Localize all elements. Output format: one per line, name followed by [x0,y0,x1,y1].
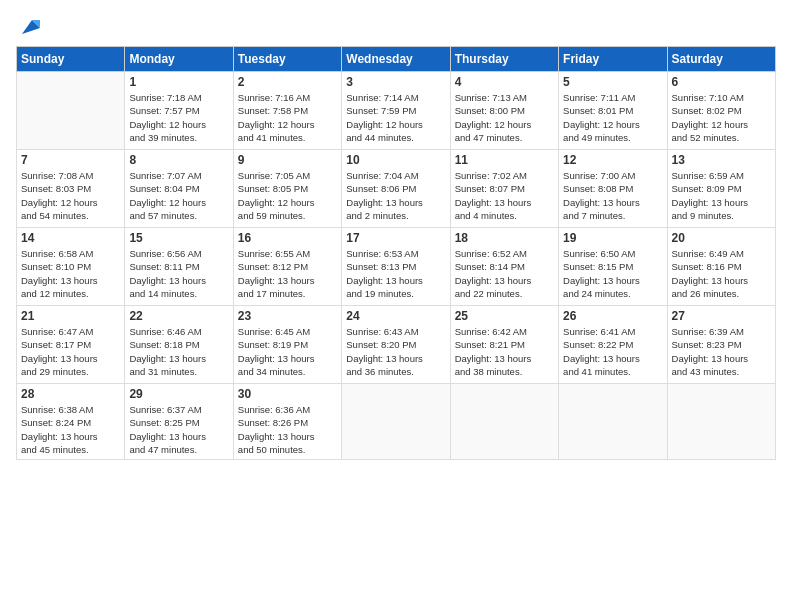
column-header-thursday: Thursday [450,47,558,72]
column-header-wednesday: Wednesday [342,47,450,72]
day-number: 30 [238,387,337,401]
day-info: Sunrise: 7:11 AM Sunset: 8:01 PM Dayligh… [563,91,662,144]
calendar-cell: 5Sunrise: 7:11 AM Sunset: 8:01 PM Daylig… [559,72,667,150]
day-info: Sunrise: 6:56 AM Sunset: 8:11 PM Dayligh… [129,247,228,300]
day-info: Sunrise: 6:39 AM Sunset: 8:23 PM Dayligh… [672,325,771,378]
day-info: Sunrise: 7:18 AM Sunset: 7:57 PM Dayligh… [129,91,228,144]
day-number: 27 [672,309,771,323]
day-number: 23 [238,309,337,323]
calendar-cell: 30Sunrise: 6:36 AM Sunset: 8:26 PM Dayli… [233,384,341,460]
calendar-cell: 8Sunrise: 7:07 AM Sunset: 8:04 PM Daylig… [125,150,233,228]
calendar-cell: 21Sunrise: 6:47 AM Sunset: 8:17 PM Dayli… [17,306,125,384]
calendar-cell: 7Sunrise: 7:08 AM Sunset: 8:03 PM Daylig… [17,150,125,228]
day-info: Sunrise: 7:14 AM Sunset: 7:59 PM Dayligh… [346,91,445,144]
day-info: Sunrise: 7:02 AM Sunset: 8:07 PM Dayligh… [455,169,554,222]
day-info: Sunrise: 6:53 AM Sunset: 8:13 PM Dayligh… [346,247,445,300]
day-number: 2 [238,75,337,89]
day-info: Sunrise: 6:58 AM Sunset: 8:10 PM Dayligh… [21,247,120,300]
calendar-cell: 27Sunrise: 6:39 AM Sunset: 8:23 PM Dayli… [667,306,775,384]
calendar-cell [559,384,667,460]
day-number: 15 [129,231,228,245]
calendar-cell: 2Sunrise: 7:16 AM Sunset: 7:58 PM Daylig… [233,72,341,150]
calendar-cell: 6Sunrise: 7:10 AM Sunset: 8:02 PM Daylig… [667,72,775,150]
day-info: Sunrise: 6:43 AM Sunset: 8:20 PM Dayligh… [346,325,445,378]
calendar-cell: 18Sunrise: 6:52 AM Sunset: 8:14 PM Dayli… [450,228,558,306]
calendar-cell: 19Sunrise: 6:50 AM Sunset: 8:15 PM Dayli… [559,228,667,306]
calendar-cell [450,384,558,460]
calendar-cell: 29Sunrise: 6:37 AM Sunset: 8:25 PM Dayli… [125,384,233,460]
day-number: 17 [346,231,445,245]
calendar-cell [667,384,775,460]
day-info: Sunrise: 7:13 AM Sunset: 8:00 PM Dayligh… [455,91,554,144]
day-number: 5 [563,75,662,89]
day-info: Sunrise: 6:38 AM Sunset: 8:24 PM Dayligh… [21,403,120,456]
week-row-2: 14Sunrise: 6:58 AM Sunset: 8:10 PM Dayli… [17,228,776,306]
day-info: Sunrise: 6:36 AM Sunset: 8:26 PM Dayligh… [238,403,337,456]
day-info: Sunrise: 7:08 AM Sunset: 8:03 PM Dayligh… [21,169,120,222]
calendar-cell: 28Sunrise: 6:38 AM Sunset: 8:24 PM Dayli… [17,384,125,460]
day-number: 25 [455,309,554,323]
calendar-cell: 17Sunrise: 6:53 AM Sunset: 8:13 PM Dayli… [342,228,450,306]
day-number: 16 [238,231,337,245]
day-number: 3 [346,75,445,89]
column-header-monday: Monday [125,47,233,72]
day-info: Sunrise: 7:10 AM Sunset: 8:02 PM Dayligh… [672,91,771,144]
calendar-cell: 16Sunrise: 6:55 AM Sunset: 8:12 PM Dayli… [233,228,341,306]
day-info: Sunrise: 6:47 AM Sunset: 8:17 PM Dayligh… [21,325,120,378]
day-info: Sunrise: 6:46 AM Sunset: 8:18 PM Dayligh… [129,325,228,378]
column-header-friday: Friday [559,47,667,72]
calendar-cell: 20Sunrise: 6:49 AM Sunset: 8:16 PM Dayli… [667,228,775,306]
day-info: Sunrise: 6:45 AM Sunset: 8:19 PM Dayligh… [238,325,337,378]
logo [16,16,40,38]
calendar-cell [17,72,125,150]
calendar-table: SundayMondayTuesdayWednesdayThursdayFrid… [16,46,776,460]
day-number: 14 [21,231,120,245]
week-row-3: 21Sunrise: 6:47 AM Sunset: 8:17 PM Dayli… [17,306,776,384]
column-header-sunday: Sunday [17,47,125,72]
calendar-cell: 26Sunrise: 6:41 AM Sunset: 8:22 PM Dayli… [559,306,667,384]
day-info: Sunrise: 7:16 AM Sunset: 7:58 PM Dayligh… [238,91,337,144]
day-info: Sunrise: 6:49 AM Sunset: 8:16 PM Dayligh… [672,247,771,300]
column-header-saturday: Saturday [667,47,775,72]
calendar-cell: 13Sunrise: 6:59 AM Sunset: 8:09 PM Dayli… [667,150,775,228]
day-info: Sunrise: 6:55 AM Sunset: 8:12 PM Dayligh… [238,247,337,300]
day-info: Sunrise: 7:04 AM Sunset: 8:06 PM Dayligh… [346,169,445,222]
day-number: 6 [672,75,771,89]
day-number: 7 [21,153,120,167]
day-number: 29 [129,387,228,401]
calendar-cell: 14Sunrise: 6:58 AM Sunset: 8:10 PM Dayli… [17,228,125,306]
day-number: 13 [672,153,771,167]
calendar-cell: 3Sunrise: 7:14 AM Sunset: 7:59 PM Daylig… [342,72,450,150]
calendar-cell: 25Sunrise: 6:42 AM Sunset: 8:21 PM Dayli… [450,306,558,384]
day-number: 22 [129,309,228,323]
calendar-cell: 24Sunrise: 6:43 AM Sunset: 8:20 PM Dayli… [342,306,450,384]
day-info: Sunrise: 6:50 AM Sunset: 8:15 PM Dayligh… [563,247,662,300]
day-number: 4 [455,75,554,89]
day-number: 8 [129,153,228,167]
header-row: SundayMondayTuesdayWednesdayThursdayFrid… [17,47,776,72]
day-number: 11 [455,153,554,167]
day-number: 28 [21,387,120,401]
day-number: 18 [455,231,554,245]
calendar-cell: 10Sunrise: 7:04 AM Sunset: 8:06 PM Dayli… [342,150,450,228]
day-info: Sunrise: 6:41 AM Sunset: 8:22 PM Dayligh… [563,325,662,378]
day-number: 19 [563,231,662,245]
day-number: 26 [563,309,662,323]
week-row-4: 28Sunrise: 6:38 AM Sunset: 8:24 PM Dayli… [17,384,776,460]
calendar-cell: 12Sunrise: 7:00 AM Sunset: 8:08 PM Dayli… [559,150,667,228]
calendar-cell: 22Sunrise: 6:46 AM Sunset: 8:18 PM Dayli… [125,306,233,384]
day-number: 9 [238,153,337,167]
day-number: 21 [21,309,120,323]
day-info: Sunrise: 6:37 AM Sunset: 8:25 PM Dayligh… [129,403,228,456]
calendar-cell: 9Sunrise: 7:05 AM Sunset: 8:05 PM Daylig… [233,150,341,228]
day-number: 12 [563,153,662,167]
day-info: Sunrise: 6:59 AM Sunset: 8:09 PM Dayligh… [672,169,771,222]
day-info: Sunrise: 7:00 AM Sunset: 8:08 PM Dayligh… [563,169,662,222]
day-info: Sunrise: 6:52 AM Sunset: 8:14 PM Dayligh… [455,247,554,300]
column-header-tuesday: Tuesday [233,47,341,72]
calendar-cell: 4Sunrise: 7:13 AM Sunset: 8:00 PM Daylig… [450,72,558,150]
week-row-0: 1Sunrise: 7:18 AM Sunset: 7:57 PM Daylig… [17,72,776,150]
page: SundayMondayTuesdayWednesdayThursdayFrid… [0,0,792,612]
calendar-cell: 11Sunrise: 7:02 AM Sunset: 8:07 PM Dayli… [450,150,558,228]
day-info: Sunrise: 7:05 AM Sunset: 8:05 PM Dayligh… [238,169,337,222]
